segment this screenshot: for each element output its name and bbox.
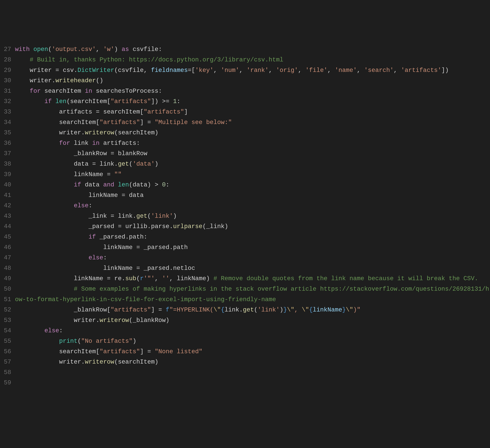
code-token: 'rank' bbox=[246, 67, 269, 74]
code-token: with bbox=[15, 46, 30, 53]
code-token: \" bbox=[287, 306, 294, 313]
code-token: , bbox=[394, 67, 401, 74]
code-line: # Some examples of making hyperlinks in … bbox=[15, 284, 490, 305]
code-token: , bbox=[327, 67, 335, 74]
code-line: _parsed = urllib.parse.urlparse(_link) bbox=[15, 221, 490, 232]
code-line: with open('output.csv', 'w') as csvfile: bbox=[15, 44, 490, 55]
code-token: "artifacts" bbox=[100, 348, 140, 355]
code-line: writer.writerow(_blankRow) bbox=[15, 315, 490, 326]
code-token: \" bbox=[213, 306, 221, 313]
code-token: (_blankRow) bbox=[129, 317, 169, 324]
code-line: linkName = "" bbox=[15, 169, 490, 180]
code-token bbox=[52, 98, 55, 105]
code-token bbox=[15, 286, 74, 292]
code-token bbox=[15, 98, 44, 105]
code-token: for bbox=[30, 88, 41, 95]
code-token: "=HYPERLINK( bbox=[169, 306, 213, 313]
code-token: searchItem[ bbox=[15, 119, 100, 126]
code-token: , bbox=[269, 67, 276, 74]
code-line: if data and len(data) > 0: bbox=[15, 180, 490, 190]
code-token: link. bbox=[225, 306, 243, 313]
code-token: # Remove double quotes from the link nam… bbox=[213, 275, 478, 282]
code-token: =[ bbox=[188, 67, 195, 74]
code-token bbox=[15, 140, 59, 147]
code-token: (data) > bbox=[129, 181, 162, 188]
line-number-gutter: 27 28 29 30 31 32 33 34 35 36 37 38 39 4… bbox=[0, 44, 15, 388]
code-token bbox=[15, 202, 74, 209]
code-token: ( bbox=[129, 161, 133, 167]
code-token: 0 bbox=[162, 181, 166, 188]
code-token: , linkName) bbox=[169, 275, 213, 282]
code-line: linkName = _parsed.netloc bbox=[15, 263, 490, 274]
code-token: ) bbox=[173, 213, 177, 220]
code-line: searchItem["artifacts"] = "Multiple see … bbox=[15, 117, 490, 128]
code-token: if bbox=[74, 181, 81, 188]
code-line: if _parsed.path: bbox=[15, 232, 490, 242]
code-token: : bbox=[177, 98, 180, 105]
code-token: linkName bbox=[313, 306, 342, 313]
code-line: writer.writerow(searchItem) bbox=[15, 128, 490, 138]
code-token: # Built in, thanks Python: https://docs.… bbox=[30, 56, 283, 63]
code-token: ] = bbox=[140, 348, 155, 355]
code-token bbox=[15, 338, 59, 345]
code-token: writer. bbox=[15, 358, 85, 365]
code-token: "artifacts" bbox=[111, 98, 151, 105]
code-token: (searchItem[ bbox=[67, 98, 111, 105]
code-token: ( bbox=[48, 46, 52, 53]
code-token: in bbox=[85, 88, 92, 95]
code-token: } bbox=[283, 306, 287, 313]
code-token: 'link' bbox=[258, 306, 280, 313]
code-token: r bbox=[140, 275, 144, 282]
code-token: print bbox=[59, 338, 78, 345]
code-token: ( bbox=[136, 275, 140, 282]
code-token: "No artifacts" bbox=[81, 338, 132, 345]
code-token bbox=[15, 233, 88, 240]
code-token: { bbox=[221, 306, 225, 313]
code-line: _blankRow["artifacts"] = f"=HYPERLINK(\"… bbox=[15, 305, 490, 315]
code-token: , bbox=[213, 67, 221, 74]
code-token bbox=[15, 88, 30, 95]
code-token bbox=[15, 327, 44, 334]
code-token: _blankRow[ bbox=[15, 306, 111, 313]
code-token: , bbox=[294, 306, 302, 313]
code-token bbox=[15, 56, 30, 63]
code-token: 'num' bbox=[221, 67, 239, 74]
code-token: get bbox=[118, 161, 129, 167]
code-line: _blankRow = blankRow bbox=[15, 148, 490, 159]
code-token: 'search' bbox=[364, 67, 394, 74]
code-line: for searchItem in searchesToProcess: bbox=[15, 86, 490, 96]
code-token: ) bbox=[280, 306, 283, 313]
code-token: linkName = data bbox=[15, 192, 144, 199]
code-token: in bbox=[92, 140, 100, 147]
code-token: writerow bbox=[85, 358, 114, 365]
code-token: sub bbox=[125, 275, 136, 282]
code-token: for bbox=[59, 140, 70, 147]
code-token: ( bbox=[254, 306, 258, 313]
code-token: as bbox=[122, 46, 129, 53]
code-token bbox=[15, 254, 88, 261]
code-token: "artifacts" bbox=[100, 119, 140, 126]
code-token bbox=[30, 46, 34, 53]
code-editor[interactable]: 27 28 29 30 31 32 33 34 35 36 37 38 39 4… bbox=[0, 44, 490, 388]
code-token: urlparse bbox=[173, 223, 202, 230]
code-token: ( bbox=[78, 338, 81, 345]
code-token: linkName = re. bbox=[15, 275, 125, 282]
code-content[interactable]: with open('output.csv', 'w') as csvfile:… bbox=[15, 44, 490, 388]
code-token: "Multiple see below:" bbox=[155, 119, 232, 126]
code-token: ] = bbox=[140, 119, 155, 126]
code-token: linkName = _parsed.netloc bbox=[15, 265, 195, 272]
code-token: if bbox=[88, 233, 96, 240]
code-token: searchItem bbox=[41, 88, 85, 95]
code-token: 'artifacts' bbox=[401, 67, 441, 74]
code-token: "artifacts" bbox=[144, 108, 184, 115]
code-token bbox=[114, 181, 118, 188]
code-line: else: bbox=[15, 253, 490, 263]
code-token: : bbox=[103, 254, 107, 261]
code-token: ]) >= bbox=[151, 98, 173, 105]
code-token: )" bbox=[353, 306, 361, 313]
code-token: '"' bbox=[144, 275, 155, 282]
code-line: linkName = re.sub(r'"', '', linkName) # … bbox=[15, 273, 490, 284]
code-token: writerow bbox=[85, 129, 114, 136]
code-token: ]) bbox=[441, 67, 449, 74]
code-token: 'key' bbox=[195, 67, 213, 74]
